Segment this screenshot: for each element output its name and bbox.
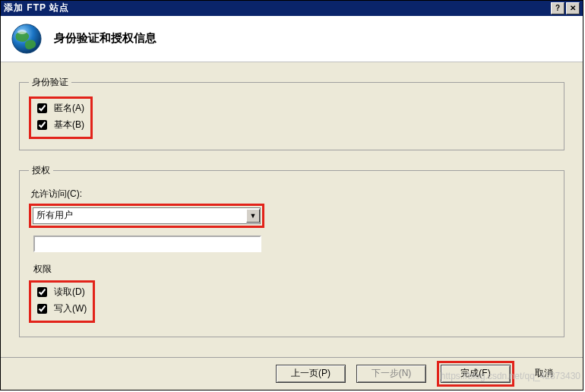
finish-highlight: 完成(F)	[437, 361, 514, 387]
auth-highlight: 匿名(A) 基本(B)	[29, 96, 93, 139]
combo-dropdown-button[interactable]: ▼	[246, 209, 260, 223]
read-checkbox[interactable]	[37, 287, 47, 297]
auth-group: 身份验证 匿名(A) 基本(B)	[19, 76, 564, 150]
allow-access-highlight: 所有用户 ▼	[29, 204, 264, 228]
content-area: 身份验证 匿名(A) 基本(B) 授权 允许访问(C): 所有用户 ▼	[1, 62, 583, 357]
allow-access-combo[interactable]: 所有用户 ▼	[33, 207, 261, 224]
next-button: 下一步(N)	[356, 365, 426, 383]
allow-access-label: 允许访问(C):	[30, 188, 555, 201]
read-label: 读取(D)	[54, 286, 85, 299]
authorization-group: 授权 允许访问(C): 所有用户 ▼ 权限 读取(D) 写入(W)	[19, 164, 564, 337]
write-label: 写入(W)	[54, 302, 87, 315]
secondary-input[interactable]	[33, 236, 261, 252]
wizard-window: 添加 FTP 站点 ? ✕ 身份验证和授权信息 身份验证	[0, 0, 583, 390]
anonymous-checkbox[interactable]	[37, 103, 47, 113]
cancel-label: 取消	[535, 367, 553, 380]
svg-point-1	[17, 30, 27, 34]
write-checkbox[interactable]	[37, 304, 47, 314]
cancel-button[interactable]: 取消	[525, 365, 563, 383]
page-title: 身份验证和授权信息	[54, 31, 157, 46]
anonymous-label: 匿名(A)	[54, 102, 84, 115]
prev-label: 上一页(P)	[291, 367, 330, 380]
header-strip: 身份验证和授权信息	[1, 16, 583, 62]
read-row[interactable]: 读取(D)	[34, 284, 87, 301]
basic-label: 基本(B)	[54, 119, 84, 131]
close-button[interactable]: ✕	[566, 2, 580, 14]
title-controls: ? ✕	[551, 2, 580, 14]
permissions-highlight: 读取(D) 写入(W)	[29, 280, 95, 323]
basic-checkbox[interactable]	[37, 120, 47, 130]
basic-row[interactable]: 基本(B)	[34, 117, 84, 134]
finish-label: 完成(F)	[460, 367, 490, 380]
allow-access-value: 所有用户	[36, 209, 73, 222]
finish-button[interactable]: 完成(F)	[441, 365, 511, 383]
window-title: 添加 FTP 站点	[4, 2, 69, 14]
prev-button[interactable]: 上一页(P)	[276, 365, 346, 383]
help-button[interactable]: ?	[551, 2, 564, 14]
authorization-legend: 授权	[29, 164, 53, 177]
titlebar: 添加 FTP 站点 ? ✕	[1, 1, 583, 16]
auth-legend: 身份验证	[29, 76, 71, 89]
write-row[interactable]: 写入(W)	[34, 301, 87, 318]
anonymous-row[interactable]: 匿名(A)	[34, 100, 84, 117]
next-label: 下一步(N)	[372, 367, 412, 380]
globe-icon	[10, 22, 43, 55]
permissions-label: 权限	[33, 263, 555, 276]
footer: 上一页(P) 下一步(N) 完成(F) 取消	[1, 357, 583, 390]
